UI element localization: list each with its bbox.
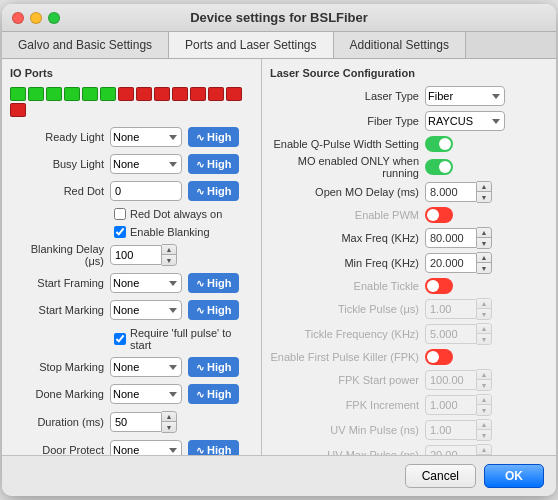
open-mo-input[interactable] — [425, 182, 477, 202]
duration-down[interactable]: ▼ — [162, 422, 176, 432]
io-box — [28, 87, 44, 101]
tickle-pulse-down[interactable]: ▼ — [477, 309, 491, 319]
max-freq-input[interactable] — [425, 228, 477, 248]
duration-input[interactable] — [110, 412, 162, 432]
door-protect-select[interactable]: None — [110, 440, 182, 455]
fpk-start-stepper-buttons: ▲ ▼ — [477, 369, 492, 391]
minimize-button[interactable] — [30, 12, 42, 24]
ok-button[interactable]: OK — [484, 464, 544, 488]
fpk-increment-input[interactable] — [425, 395, 477, 415]
tickle-freq-label: Tickle Frequency (KHz) — [270, 328, 425, 340]
min-freq-up[interactable]: ▲ — [477, 253, 491, 263]
done-marking-high-button[interactable]: ∿High — [188, 384, 239, 404]
fpk-start-up[interactable]: ▲ — [477, 370, 491, 380]
busy-light-select[interactable]: None — [110, 154, 182, 174]
enable-pwm-row: Enable PWM — [270, 207, 548, 223]
fpk-increment-down[interactable]: ▼ — [477, 405, 491, 415]
enable-fpk-row: Enable First Pulse Killer (FPK) — [270, 349, 548, 365]
min-freq-input[interactable] — [425, 253, 477, 273]
red-dot-always-label: Red Dot always on — [130, 208, 222, 220]
close-button[interactable] — [12, 12, 24, 24]
main-content: IO Ports Ready Light None — [2, 59, 556, 455]
max-freq-row: Max Freq (KHz) ▲ ▼ — [270, 228, 548, 248]
stop-marking-high-button[interactable]: ∿High — [188, 357, 239, 377]
enable-blanking-checkbox[interactable] — [114, 226, 126, 238]
io-box — [208, 87, 224, 101]
start-marking-row: Start Marking None ∿High — [10, 300, 253, 320]
blanking-delay-row: Blanking Delay (μs) ▲ ▼ — [10, 244, 253, 266]
io-box — [136, 87, 152, 101]
enable-tickle-toggle[interactable] — [425, 278, 453, 294]
fpk-start-input[interactable] — [425, 370, 477, 390]
uv-max-stepper: ▲ ▼ — [425, 444, 492, 455]
fpk-increment-stepper: ▲ ▼ — [425, 394, 492, 416]
mo-only-toggle[interactable] — [425, 159, 453, 175]
duration-stepper-buttons: ▲ ▼ — [162, 411, 177, 433]
min-freq-down[interactable]: ▼ — [477, 263, 491, 273]
open-mo-down[interactable]: ▼ — [477, 192, 491, 202]
ready-light-row: Ready Light None ∿High — [10, 127, 253, 147]
uv-min-input[interactable] — [425, 420, 477, 440]
tickle-freq-up[interactable]: ▲ — [477, 324, 491, 334]
ready-light-high-button[interactable]: ∿High — [188, 127, 239, 147]
duration-up[interactable]: ▲ — [162, 412, 176, 422]
mo-only-row: MO enabled ONLY when running — [270, 157, 548, 177]
door-protect-high-button[interactable]: ∿High — [188, 440, 239, 455]
enable-blanking-label: Enable Blanking — [130, 226, 210, 238]
duration-label: Duration (ms) — [10, 416, 110, 428]
start-marking-select[interactable]: None — [110, 300, 182, 320]
tab-bar: Galvo and Basic Settings Ports and Laser… — [2, 32, 556, 59]
uv-max-input[interactable] — [425, 445, 477, 455]
red-dot-input[interactable] — [110, 181, 182, 201]
fiber-type-select[interactable]: RAYCUS — [425, 111, 505, 131]
busy-light-high-button[interactable]: ∿High — [188, 154, 239, 174]
start-framing-select[interactable]: None — [110, 273, 182, 293]
max-freq-up[interactable]: ▲ — [477, 228, 491, 238]
require-full-pulse-checkbox[interactable] — [114, 333, 126, 345]
red-dot-always-checkbox[interactable] — [114, 208, 126, 220]
stop-marking-select[interactable]: None — [110, 357, 182, 377]
open-mo-up[interactable]: ▲ — [477, 182, 491, 192]
blanking-delay-up[interactable]: ▲ — [162, 245, 176, 255]
io-box — [10, 103, 26, 117]
uv-min-up[interactable]: ▲ — [477, 420, 491, 430]
busy-light-row: Busy Light None ∿High — [10, 154, 253, 174]
tickle-freq-input[interactable] — [425, 324, 477, 344]
start-framing-high-button[interactable]: ∿High — [188, 273, 239, 293]
max-freq-down[interactable]: ▼ — [477, 238, 491, 248]
fpk-start-label: FPK Start power — [270, 374, 425, 386]
red-dot-high-button[interactable]: ∿High — [188, 181, 239, 201]
maximize-button[interactable] — [48, 12, 60, 24]
fpk-increment-up[interactable]: ▲ — [477, 395, 491, 405]
enable-pwm-toggle[interactable] — [425, 207, 453, 223]
uv-max-up[interactable]: ▲ — [477, 445, 491, 455]
blanking-delay-stepper: ▲ ▼ — [110, 244, 177, 266]
blanking-delay-input[interactable] — [110, 245, 162, 265]
laser-type-row: Laser Type Fiber — [270, 86, 548, 106]
fpk-start-down[interactable]: ▼ — [477, 380, 491, 390]
tab-additional[interactable]: Additional Settings — [334, 32, 466, 58]
tickle-pulse-input[interactable] — [425, 299, 477, 319]
ready-light-select[interactable]: None — [110, 127, 182, 147]
blanking-delay-down[interactable]: ▼ — [162, 255, 176, 265]
cancel-button[interactable]: Cancel — [405, 464, 476, 488]
uv-min-row: UV Min Pulse (ns) ▲ ▼ — [270, 420, 548, 440]
max-freq-stepper: ▲ ▼ — [425, 227, 492, 249]
require-full-pulse-row: Require 'full pulse' to start — [10, 327, 253, 351]
laser-type-select[interactable]: Fiber — [425, 86, 505, 106]
fpk-increment-row: FPK Increment ▲ ▼ — [270, 395, 548, 415]
tab-ports[interactable]: Ports and Laser Settings — [169, 32, 333, 58]
tickle-pulse-stepper-buttons: ▲ ▼ — [477, 298, 492, 320]
enable-fpk-toggle[interactable] — [425, 349, 453, 365]
busy-light-label: Busy Light — [10, 158, 110, 170]
ready-light-label: Ready Light — [10, 131, 110, 143]
done-marking-select[interactable]: None — [110, 384, 182, 404]
fiber-type-row: Fiber Type RAYCUS — [270, 111, 548, 131]
tickle-freq-down[interactable]: ▼ — [477, 334, 491, 344]
tab-galvo[interactable]: Galvo and Basic Settings — [2, 32, 169, 58]
enable-qpulse-toggle[interactable] — [425, 136, 453, 152]
uv-min-down[interactable]: ▼ — [477, 430, 491, 440]
io-box — [172, 87, 188, 101]
tickle-pulse-up[interactable]: ▲ — [477, 299, 491, 309]
start-marking-high-button[interactable]: ∿High — [188, 300, 239, 320]
